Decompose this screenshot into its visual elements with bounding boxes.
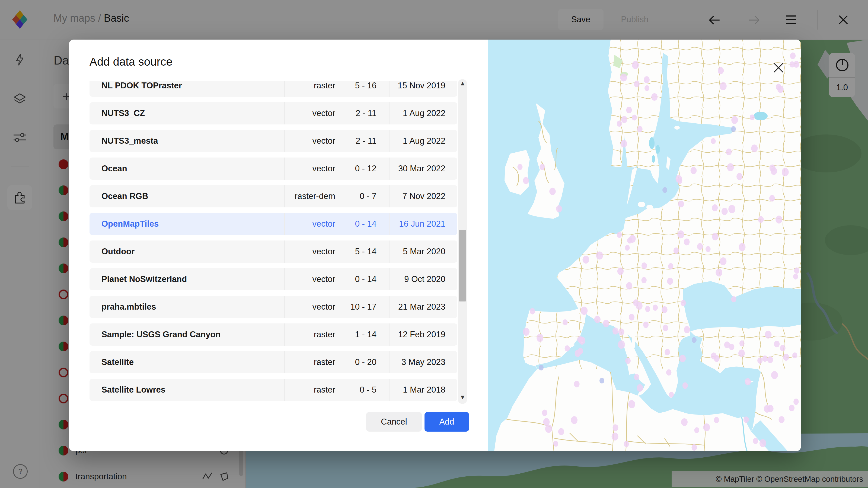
source-row[interactable]: Outdoorvector5 - 145 Mar 2020 <box>90 240 457 263</box>
source-zoom: 0 - 12 <box>335 164 376 173</box>
add-button[interactable]: Add <box>425 412 469 432</box>
source-row[interactable]: Satelliteraster0 - 203 May 2023 <box>90 351 457 373</box>
source-type: raster <box>284 351 335 373</box>
add-data-source-dialog: Add data source NL PDOK TOPrasterraster5… <box>69 40 801 451</box>
source-row[interactable]: NL PDOK TOPrasterraster5 - 1615 Nov 2019 <box>90 82 457 97</box>
source-type: vector <box>284 158 335 180</box>
source-row[interactable]: OpenMapTilesvector0 - 1416 Jun 2021 <box>90 213 457 235</box>
source-date: 9 Oct 2020 <box>389 268 445 290</box>
source-type: raster <box>284 379 335 401</box>
source-name: Planet NoSwitzerland <box>101 274 284 284</box>
source-zoom: 2 - 11 <box>335 108 376 118</box>
source-row[interactable]: Ocean RGBraster-dem0 - 77 Nov 2022 <box>90 185 457 207</box>
source-zoom: 0 - 14 <box>335 274 376 284</box>
source-name: Ocean RGB <box>101 191 284 201</box>
source-date: 5 Mar 2020 <box>389 240 445 263</box>
source-row[interactable]: Oceanvector0 - 1230 Mar 2022 <box>90 158 457 180</box>
source-zoom: 5 - 16 <box>335 82 376 91</box>
source-zoom: 1 - 14 <box>335 330 376 339</box>
source-name: Ocean <box>101 164 284 173</box>
dialog-scrollbar-thumb[interactable] <box>459 230 466 301</box>
source-date: 21 Mar 2023 <box>389 296 445 318</box>
source-row[interactable]: Sample: USGS Grand Canyonraster1 - 1412 … <box>90 323 457 346</box>
source-date: 7 Nov 2022 <box>389 185 445 207</box>
source-name: Outdoor <box>101 247 284 257</box>
source-zoom: 0 - 20 <box>335 357 376 367</box>
source-type: vector <box>284 130 335 152</box>
source-date: 15 Nov 2019 <box>389 82 445 97</box>
source-name: NUTS3_mesta <box>101 136 284 146</box>
source-zoom: 5 - 14 <box>335 247 376 257</box>
source-type: raster-dem <box>284 185 335 207</box>
source-row[interactable]: Satellite Lowresraster0 - 51 Mar 2018 <box>90 379 457 401</box>
source-zoom: 2 - 11 <box>335 136 376 146</box>
dialog-close-icon <box>773 62 784 74</box>
source-name: NL PDOK TOPraster <box>101 82 284 91</box>
source-name: praha.mbtiles <box>101 302 284 312</box>
source-date: 12 Feb 2019 <box>389 323 445 346</box>
scroll-up-icon[interactable]: ▲ <box>460 80 466 87</box>
source-type: vector <box>284 240 335 263</box>
source-date: 16 Jun 2021 <box>389 213 445 235</box>
source-row[interactable]: praha.mbtilesvector10 - 1721 Mar 2023 <box>90 296 457 318</box>
source-date: 1 Mar 2018 <box>389 379 445 401</box>
source-type: vector <box>284 213 335 235</box>
source-row[interactable]: Planet NoSwitzerlandvector0 - 149 Oct 20… <box>90 268 457 290</box>
source-name: Satellite <box>101 357 284 367</box>
source-name: Satellite Lowres <box>101 385 284 395</box>
source-date: 1 Aug 2022 <box>389 102 445 124</box>
source-zoom: 0 - 7 <box>335 191 376 201</box>
source-row[interactable]: NUTS3_mestavector2 - 111 Aug 2022 <box>90 130 457 152</box>
source-zoom: 10 - 17 <box>335 302 376 312</box>
source-date: 30 Mar 2022 <box>389 158 445 180</box>
cancel-button[interactable]: Cancel <box>366 412 422 432</box>
source-date: 1 Aug 2022 <box>389 130 445 152</box>
source-name: NUTS3_CZ <box>101 108 284 118</box>
source-zoom: 0 - 5 <box>335 385 376 395</box>
source-date: 3 May 2023 <box>389 351 445 373</box>
source-type: vector <box>284 102 335 124</box>
source-type: vector <box>284 268 335 290</box>
source-name: Sample: USGS Grand Canyon <box>101 330 284 339</box>
source-map-preview[interactable] <box>488 40 801 451</box>
source-type: raster <box>284 323 335 346</box>
dialog-title: Add data source <box>90 55 173 68</box>
source-type: raster <box>284 82 335 97</box>
source-type: vector <box>284 296 335 318</box>
source-row[interactable]: NUTS3_CZvector2 - 111 Aug 2022 <box>90 102 457 124</box>
dialog-close-button[interactable] <box>773 62 784 74</box>
scroll-down-icon[interactable]: ▼ <box>460 394 466 401</box>
source-zoom: 0 - 14 <box>335 219 376 229</box>
source-name: OpenMapTiles <box>101 219 284 229</box>
source-list: NL PDOK TOPrasterraster5 - 1615 Nov 2019… <box>90 82 457 401</box>
